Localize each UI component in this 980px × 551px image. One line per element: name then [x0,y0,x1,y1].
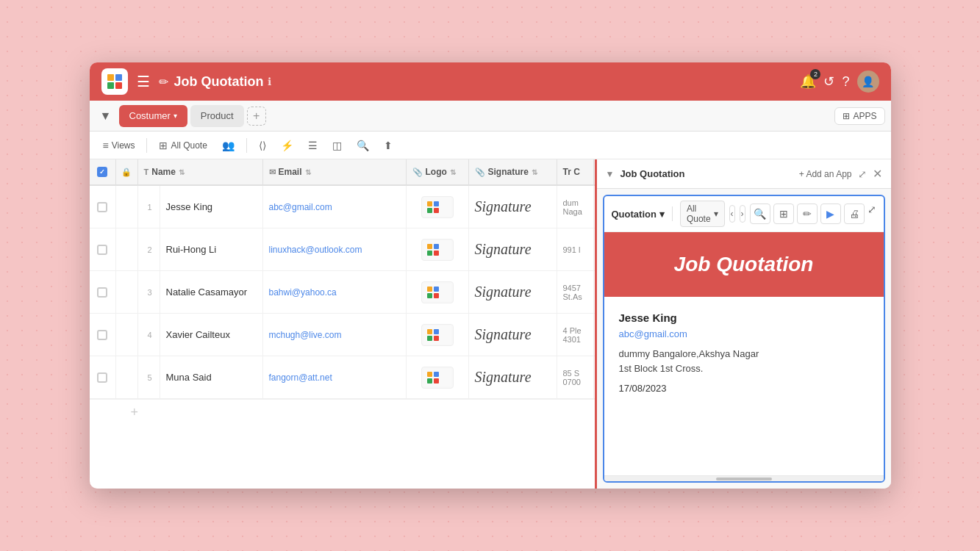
apps-button[interactable]: ⊞ APPS [834,107,884,125]
expand-button[interactable]: ◫ [328,137,346,154]
lock-icon: 🔒 [121,168,132,177]
info-icon[interactable]: ℹ [268,76,271,87]
th-check[interactable]: ✓ [90,159,116,184]
sort-sig-icon[interactable]: ⇅ [532,168,537,176]
quotation-search-button[interactable]: 🔍 [750,204,770,224]
quotation-date: 17/08/2023 [619,383,869,394]
quotation-print-button[interactable]: 🖨 [844,204,865,224]
quotation-filter[interactable]: All Quote ▾ [680,201,725,227]
sort-name-icon[interactable]: ⇅ [179,168,185,176]
td-email-2[interactable]: linuxhack@outlook.com [263,228,407,270]
svg-rect-21 [434,329,439,334]
quotation-dropdown[interactable]: Quotation ▾ [612,209,665,220]
svg-rect-23 [434,336,439,341]
svg-rect-18 [434,293,439,298]
quotation-edit-button[interactable]: ✏ [797,204,818,224]
logo-image-3 [421,281,454,303]
svg-rect-17 [427,293,432,298]
sort-email-icon[interactable]: ⇅ [305,168,311,176]
quotation-scrollbar[interactable] [604,475,884,481]
email-link-5[interactable]: fangorn@att.net [269,372,332,383]
email-link-4[interactable]: mchugh@live.com [269,330,342,340]
filter-icon: ⟨⟩ [259,140,266,151]
header-actions: 🔔 2 ↺ ? 👤 [800,71,879,93]
history-button[interactable]: ↺ [823,73,834,90]
email-link-2[interactable]: linuxhack@outlook.com [269,245,362,255]
email-link-3[interactable]: bahwi@yahoo.ca [269,287,337,298]
email-link-1[interactable]: abc@gmail.com [269,202,332,212]
add-app-button[interactable]: + Add an App [799,169,852,179]
quotation-next-button[interactable]: › [740,205,745,223]
th-extra: Tr C [557,159,594,184]
layout-button[interactable]: ☰ [304,137,322,154]
th-email[interactable]: ✉ Email ⇅ [263,159,407,184]
menu-icon[interactable]: ☰ [137,73,150,90]
panel-expand-button[interactable]: ⤢ [858,168,867,180]
td-check-3[interactable] [90,271,116,313]
td-check-4[interactable] [90,314,116,356]
row-checkbox-3[interactable] [97,287,107,298]
th-logo[interactable]: 📎 Logo ⇅ [407,159,469,184]
row-checkbox-2[interactable] [97,245,107,255]
all-quote-view[interactable]: ⊞ All Quote [154,137,211,154]
th-signature[interactable]: 📎 Signature ⇅ [469,159,557,184]
signature-image-4: Signature [475,326,532,343]
add-tab-button[interactable]: + [247,107,266,126]
quotation-toolbar: Quotation ▾ All Quote ▾ ‹ › 🔍 ⊞ ✏ ▶ [604,196,884,232]
td-logo-4 [407,314,469,356]
app-logo[interactable] [101,68,128,95]
edit-icon[interactable]: ✏ [159,75,168,89]
td-check-1[interactable] [90,186,116,228]
help-button[interactable]: ? [842,74,849,90]
td-extra-1: dum Naga [557,186,594,228]
panel-collapse-icon[interactable]: ▼ [606,169,615,179]
panel-close-button[interactable]: ✕ [873,167,882,181]
email-col-icon: ✉ [269,168,276,177]
quotation-fullscreen-button[interactable]: ⤢ [868,204,876,224]
qa-right-btns: 🔍 ⊞ ✏ ▶ 🖨 ⤢ [750,204,876,224]
td-lock-5 [116,356,138,398]
notifications-button[interactable]: 🔔 2 [800,73,816,90]
quotation-prev-button[interactable]: ‹ [729,205,735,223]
share-button[interactable]: ⬆ [379,137,397,154]
search-button[interactable]: 🔍 [352,137,373,154]
td-signature-5: Signature [469,356,557,398]
people-icon-btn[interactable]: 👥 [218,137,239,154]
header: ☰ ✏ Job Quotation ℹ 🔔 2 ↺ ? 👤 [90,62,891,101]
avatar[interactable]: 👤 [857,71,879,93]
td-email-3[interactable]: bahwi@yahoo.ca [263,271,407,313]
td-extra-5: 85 S 0700 [557,356,594,398]
add-row-button[interactable]: + [90,399,595,425]
row-checkbox-1[interactable] [97,202,107,212]
tab-customer[interactable]: Costumer ▾ [119,105,187,127]
filter-button[interactable]: ⟨⟩ [254,137,271,154]
app-window: ☰ ✏ Job Quotation ℹ 🔔 2 ↺ ? 👤 ▼ Costumer… [90,62,891,489]
quotation-expand-btn[interactable]: ⊞ [773,204,794,224]
customer-email[interactable]: abc@gmail.com [619,328,869,339]
svg-rect-22 [427,336,432,341]
row-checkbox-5[interactable] [97,372,107,383]
customer-name: Jesse King [619,311,869,324]
scrollbar-thumb[interactable] [716,478,772,480]
td-check-2[interactable] [90,228,116,270]
td-signature-1: Signature [469,186,557,228]
svg-rect-14 [424,284,451,301]
td-email-1[interactable]: abc@gmail.com [263,186,407,228]
row-checkbox-4[interactable] [97,330,107,340]
td-check-5[interactable] [90,356,116,398]
td-rownum-3: 3 [138,271,160,313]
td-email-5[interactable]: fangorn@att.net [263,356,407,398]
table-row: 3 Natalie Casamayor bahwi@yahoo.ca [90,271,595,314]
quotation-play-button[interactable]: ▶ [820,204,841,224]
tab-product[interactable]: Product [190,105,244,127]
sort-logo-icon[interactable]: ⇅ [450,168,456,176]
people-icon: 👥 [222,140,235,151]
select-all-checkbox[interactable]: ✓ [97,167,107,177]
td-email-4[interactable]: mchugh@live.com [263,314,407,356]
sort-button[interactable]: ⚡ [276,137,298,154]
th-name[interactable]: T Name ⇅ [138,159,263,184]
td-signature-3: Signature [469,271,557,313]
svg-rect-15 [427,287,432,292]
tab-collapse-button[interactable]: ▼ [96,106,116,126]
views-button[interactable]: ≡ Views [99,137,140,154]
